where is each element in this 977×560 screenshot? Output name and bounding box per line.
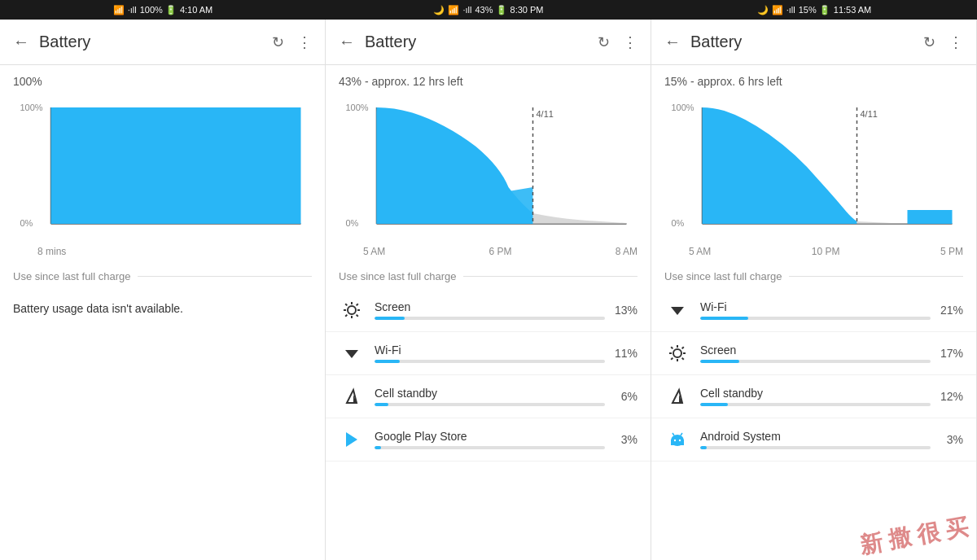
time-labels-1: 8 mins [0, 246, 325, 264]
brightness-icon [339, 297, 365, 323]
back-button-2[interactable]: ← [339, 33, 355, 51]
usage-name-screen-2: Screen [375, 300, 605, 313]
list-item[interactable]: Cell standby 6% [326, 375, 651, 418]
more-button-3[interactable]: ⋮ [949, 33, 963, 51]
usage-name-screen-3: Screen [700, 343, 931, 357]
svg-marker-32 [671, 307, 684, 315]
chart-container-1: 100% 0% [0, 98, 325, 246]
list-item[interactable]: Google Play Store 3% [326, 418, 651, 462]
list-item[interactable]: Android System 3% [651, 418, 976, 462]
usage-details-screen-3: Screen [700, 343, 931, 363]
more-button-1[interactable]: ⋮ [297, 33, 312, 51]
usage-percent-cell-2: 6% [611, 390, 637, 403]
list-item[interactable]: Screen 17% [651, 332, 976, 375]
more-button-2[interactable]: ⋮ [623, 33, 637, 51]
list-item[interactable]: Screen 13% [326, 289, 651, 332]
page-title-2: Battery [365, 33, 585, 51]
battery-info-2: 43% - approx. 12 hrs left [326, 65, 651, 98]
time-labels-3: 5 AM 10 PM 5 PM [651, 246, 976, 264]
svg-line-18 [357, 315, 358, 317]
status-moon-3: 🌙 [757, 5, 769, 15]
battery-percent-1: 100% [13, 75, 312, 88]
chart-container-3: 100% 0% 4/11 [651, 98, 976, 246]
usage-details-wifi-3: Wi-Fi [700, 300, 931, 320]
brightness-icon-3 [664, 340, 690, 366]
wifi-icon [339, 340, 365, 366]
section-label-2: Use since last full charge [339, 270, 457, 282]
status-bar-1: 📶 ·ıll 100% 🔋 4:10 AM [0, 0, 326, 20]
status-battery-1: 100% 🔋 [140, 5, 177, 15]
usage-bar-fill-cell-2 [375, 403, 388, 406]
cell-standby-icon [339, 383, 365, 409]
usage-bar-fill-wifi-3 [700, 317, 748, 320]
divider-line-2 [463, 276, 637, 277]
section-label-1: Use since last full charge [13, 270, 131, 282]
panel-3: ← Battery ↻ ⋮ 15% - approx. 6 hrs left 1… [651, 20, 977, 560]
time-label-2-2: 6 PM [488, 246, 511, 257]
svg-text:4/11: 4/11 [861, 109, 878, 119]
battery-percent-3: 15% - approx. 6 hrs left [664, 75, 963, 88]
battery-info-3: 15% - approx. 6 hrs left [651, 65, 976, 98]
list-item[interactable]: Wi-Fi 21% [651, 289, 976, 332]
usage-name-cell-2: Cell standby [375, 387, 605, 400]
page-title-3: Battery [690, 33, 910, 51]
status-bars-row: 📶 ·ıll 100% 🔋 4:10 AM 🌙 📶 ·ıll 43% 🔋 8:3… [0, 0, 977, 20]
status-signal-3: ·ıll [786, 5, 795, 15]
usage-details-cell-3: Cell standby [700, 387, 931, 406]
battery-percent-2: 43% - approx. 12 hrs left [339, 75, 637, 88]
usage-percent-screen-3: 17% [937, 347, 963, 360]
battery-chart-1: 100% 0% [13, 98, 312, 236]
panel-1: ← Battery ↻ ⋮ 100% 100% 0% 8 mins Use si [0, 20, 326, 560]
refresh-button-1[interactable]: ↻ [272, 33, 284, 51]
list-item[interactable]: Cell standby 12% [651, 375, 976, 418]
cell-standby-icon-3 [664, 383, 690, 409]
battery-chart-3: 100% 0% 4/11 [664, 98, 963, 236]
time-label-1-1: 8 mins [37, 246, 66, 257]
time-label-2-3: 8 AM [616, 246, 637, 257]
status-bar-2: 🌙 📶 ·ıll 43% 🔋 8:30 PM [326, 0, 651, 20]
status-icons-1: 📶 [113, 5, 125, 15]
svg-rect-29 [908, 210, 953, 224]
time-label-3-2: 10 PM [812, 246, 840, 257]
refresh-button-2[interactable]: ↻ [598, 33, 610, 51]
svg-text:100%: 100% [20, 103, 43, 112]
usage-name-wifi-2: Wi-Fi [375, 343, 605, 357]
svg-line-41 [671, 358, 673, 360]
list-item[interactable]: Wi-Fi 11% [326, 332, 651, 375]
status-battery-2: 43% 🔋 [475, 5, 506, 15]
svg-marker-21 [345, 350, 358, 358]
android-icon-3 [664, 427, 690, 453]
back-button-1[interactable]: ← [13, 33, 29, 51]
usage-bar-fill-cell-3 [700, 403, 728, 406]
usage-bar-fill-screen-3 [700, 360, 739, 363]
refresh-button-3[interactable]: ↻ [923, 33, 935, 51]
svg-line-49 [681, 433, 682, 435]
usage-percent-wifi-3: 21% [937, 304, 963, 317]
usage-percent-android-3: 3% [937, 433, 963, 446]
status-icons-3: 📶 [772, 5, 783, 15]
battery-chart-2: 100% 0% 4/11 [339, 98, 637, 236]
status-bar-3: 🌙 📶 ·ıll 15% 🔋 11:53 AM [651, 0, 977, 20]
svg-point-47 [679, 440, 681, 441]
usage-bar-fill-wifi-2 [375, 360, 400, 363]
svg-line-20 [345, 315, 347, 317]
divider-line-3 [789, 276, 963, 277]
time-labels-2: 5 AM 6 PM 8 AM [326, 246, 651, 264]
usage-percent-cell-3: 12% [937, 390, 963, 403]
svg-point-46 [674, 440, 676, 441]
usage-bar-bg-screen-2 [375, 317, 605, 320]
back-button-3[interactable]: ← [664, 33, 681, 51]
status-time-1: 4:10 AM [180, 5, 212, 15]
usage-percent-screen-2: 13% [611, 304, 637, 317]
usage-details-cell-2: Cell standby [375, 387, 605, 406]
usage-bar-fill-play-2 [375, 446, 381, 449]
usage-bar-bg-android-3 [700, 446, 931, 449]
usage-bar-fill-screen-2 [375, 317, 405, 320]
svg-rect-4 [51, 107, 301, 224]
status-time-2: 8:30 PM [510, 5, 544, 15]
usage-bar-bg-screen-3 [700, 360, 931, 363]
svg-text:100%: 100% [672, 103, 694, 112]
usage-name-cell-3: Cell standby [700, 387, 931, 400]
play-store-icon [339, 427, 365, 453]
svg-line-17 [345, 304, 347, 305]
